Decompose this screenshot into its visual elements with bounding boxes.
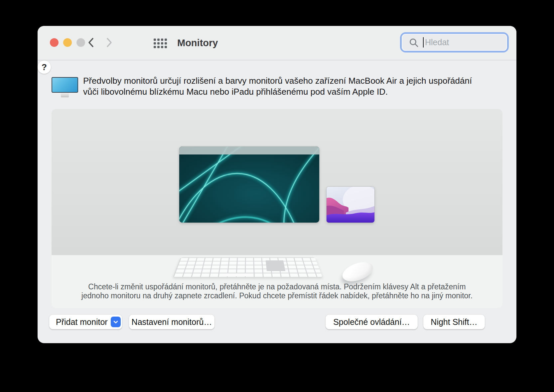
description-line2: vůči libovolnému blízkému Macu nebo iPad… — [83, 86, 512, 97]
back-button[interactable] — [85, 37, 96, 49]
chevron-down-icon — [113, 319, 119, 325]
arrangement-hint: Chcete-li změnit uspořádání monitorů, př… — [52, 282, 502, 300]
description-text: Předvolby monitorů určují rozlišení a ba… — [83, 75, 512, 97]
display-preferences-icon — [52, 77, 78, 97]
add-display-dropdown[interactable] — [111, 317, 121, 327]
keyboard-illustration — [168, 244, 328, 277]
content-area: Předvolby monitorů určují rozlišení a ba… — [38, 60, 516, 343]
forward-button[interactable] — [104, 37, 115, 49]
keyboard-icon — [173, 257, 323, 277]
traffic-light-minimize[interactable] — [63, 38, 72, 47]
display-arrangement-area — [52, 109, 502, 255]
help-button[interactable]: ? — [38, 60, 51, 74]
search-field[interactable] — [400, 32, 509, 52]
display-macbook-air[interactable] — [179, 147, 319, 223]
toolbar: Monitory — [38, 26, 516, 60]
display-settings-button[interactable]: Nastavení monitorů… — [129, 315, 214, 329]
traffic-light-close[interactable] — [50, 38, 59, 47]
traffic-light-zoom-disabled — [76, 38, 85, 47]
add-display-label: Přidat monitor — [56, 317, 108, 327]
chevron-left-icon — [87, 37, 94, 49]
show-all-preferences-button[interactable] — [153, 38, 168, 49]
night-shift-button[interactable]: Night Shift… — [423, 315, 485, 329]
page-title: Monitory — [177, 38, 218, 49]
hint-line1: Chcete-li změnit uspořádání monitorů, př… — [52, 282, 502, 291]
search-icon — [409, 38, 419, 48]
chevron-right-icon — [106, 37, 113, 49]
grid-dots-icon — [154, 39, 156, 41]
search-input[interactable] — [425, 34, 501, 51]
text-cursor — [423, 37, 424, 48]
hint-line2: jednoho monitoru na druhý zapnete zrcadl… — [52, 291, 502, 300]
description-line1: Předvolby monitorů určují rozlišení a ba… — [83, 75, 512, 86]
desktop: Monitory Předvolby monitorů určují rozli… — [0, 0, 554, 392]
system-preferences-window: Monitory Předvolby monitorů určují rozli… — [38, 26, 516, 343]
universal-control-button[interactable]: Společné ovládání… — [326, 315, 418, 329]
monitor-icon — [52, 77, 78, 93]
add-display-button[interactable]: Přidat monitor — [49, 315, 122, 329]
menu-bar-strip — [179, 147, 319, 154]
display-secondary[interactable] — [327, 187, 374, 223]
